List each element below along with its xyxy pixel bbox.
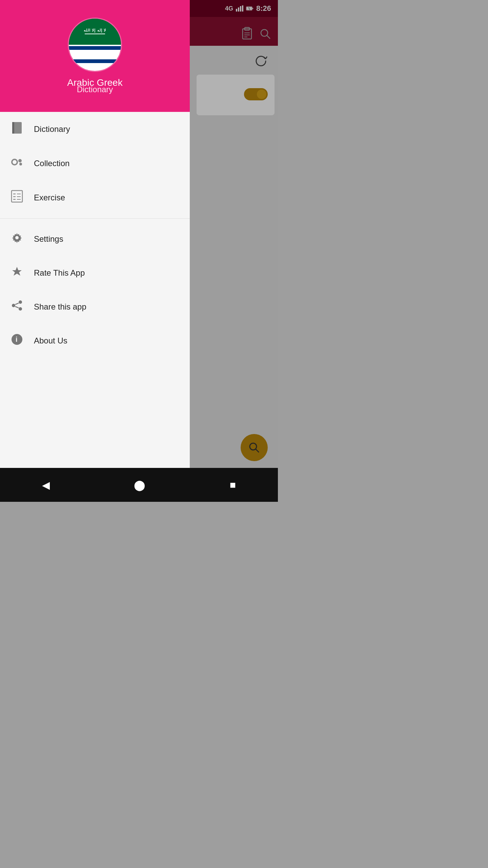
exercise-label: Exercise xyxy=(34,193,65,202)
about-label: About Us xyxy=(34,336,67,346)
share-label: Share this app xyxy=(34,302,86,312)
svg-rect-10 xyxy=(12,122,14,134)
sidebar-item-settings[interactable]: Settings xyxy=(0,222,190,256)
svg-line-29 xyxy=(15,307,19,308)
saudi-flag-section: لا إله إلا الله xyxy=(69,19,121,45)
greek-flag-section xyxy=(69,45,121,71)
share-icon xyxy=(10,299,24,314)
app-title: Arabic Greek Dictionary xyxy=(67,77,122,94)
bottom-navigation: ◀ ⬤ ■ xyxy=(0,468,278,502)
back-button[interactable]: ◀ xyxy=(42,479,50,491)
sidebar-item-about[interactable]: i About Us xyxy=(0,324,190,358)
sidebar-item-share[interactable]: Share this app xyxy=(0,290,190,324)
drawer-bottom-section: Settings Rate This App xyxy=(0,222,190,358)
rate-icon xyxy=(10,265,24,280)
drawer-items-container: Dictionary Collection xyxy=(0,112,190,502)
sidebar-item-collection[interactable]: Collection xyxy=(0,146,190,180)
collection-label: Collection xyxy=(34,159,69,168)
drawer-top-section: Dictionary Collection xyxy=(0,112,190,215)
dictionary-label: Dictionary xyxy=(34,124,70,134)
book-icon xyxy=(10,121,24,137)
svg-point-12 xyxy=(13,160,17,164)
navigation-drawer: لا إله إلا الله Arabic Greek Dictionary xyxy=(0,0,190,502)
sidebar-item-rate[interactable]: Rate This App xyxy=(0,256,190,290)
settings-label: Settings xyxy=(34,234,63,244)
svg-point-25 xyxy=(19,300,22,304)
settings-icon xyxy=(10,232,24,246)
svg-line-28 xyxy=(15,303,19,304)
sidebar-item-exercise[interactable]: Exercise xyxy=(0,180,190,215)
sidebar-item-dictionary[interactable]: Dictionary xyxy=(0,112,190,146)
rate-label: Rate This App xyxy=(34,268,85,278)
drawer-header: لا إله إلا الله Arabic Greek Dictionary xyxy=(0,0,190,112)
svg-marker-24 xyxy=(12,267,22,276)
exercise-icon xyxy=(10,190,24,205)
collection-icon xyxy=(10,156,24,171)
home-button[interactable]: ⬤ xyxy=(134,479,145,491)
svg-point-13 xyxy=(18,159,22,162)
about-icon: i xyxy=(10,333,24,348)
drawer-divider xyxy=(0,218,190,219)
svg-point-23 xyxy=(15,236,19,239)
svg-point-14 xyxy=(19,163,22,165)
flag-avatar: لا إله إلا الله xyxy=(68,18,122,72)
svg-point-27 xyxy=(19,307,22,311)
svg-text:i: i xyxy=(16,336,18,343)
recent-button[interactable]: ■ xyxy=(230,479,236,491)
svg-point-26 xyxy=(12,304,15,307)
